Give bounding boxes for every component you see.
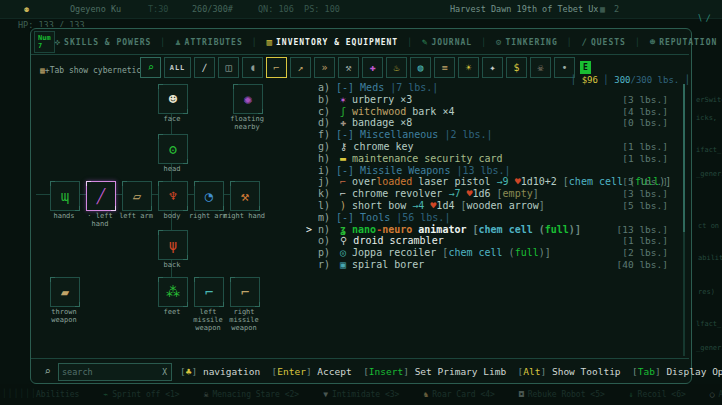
filter-artifacts[interactable]: ✦ — [482, 57, 503, 78]
tab-quests[interactable]: ∕QUESTS — [582, 37, 626, 47]
equipment-slot-left-arm[interactable]: ▱ — [122, 181, 152, 211]
key-accept: Enter — [277, 366, 306, 377]
section-title: [-] Miscellaneous |2 lbs.| — [336, 129, 493, 141]
terminal-fragment: erSwitch — [696, 96, 722, 104]
tab-reputation[interactable]: ☻REPUTATION — [650, 37, 718, 47]
inventory-item-witchwood-bark[interactable]: c)ʃ witchwood bark ×4[4 lbs.] — [312, 106, 688, 118]
activate-deactivate-emitter-7-icon: ○ — [710, 390, 715, 399]
item-letter: g) — [318, 141, 330, 153]
intimidate-3-icon: ▼ — [323, 390, 328, 399]
ability-activate-deactivate-emitter-7[interactable]: ○Activate/Deactivate Emitter <7> — [710, 390, 722, 399]
corner-glyphs: ∖∕ — [697, 13, 714, 23]
inventory-section-tools-section[interactable]: m)[-] Tools |56 lbs.| — [312, 212, 688, 224]
filter-shields[interactable]: ◖ — [242, 57, 263, 78]
player-name: Ogeyeno Ku — [70, 4, 121, 14]
item-letter: o) — [318, 235, 330, 247]
inventory-item-maintenance-security-card[interactable]: h)▬ maintenance security card[1 lbs.] — [312, 153, 688, 165]
equipment-slot-body[interactable]: ♆ — [158, 181, 188, 211]
filter-food[interactable]: ♨ — [386, 57, 407, 78]
equipment-slot-hands[interactable]: ɰ — [50, 181, 80, 211]
filter-thrown-weapons[interactable]: ↗ — [290, 57, 311, 78]
equipment-slot-left-hand[interactable]: ╱ — [86, 181, 116, 211]
item-name: ▬ maintenance security card — [340, 153, 503, 165]
books-icon: ≡ — [441, 62, 447, 73]
joppa-recoiler-icon: ◎ — [340, 247, 352, 258]
inventory-item-joppa-recoiler[interactable]: p)◎ Joppa recoiler [chem cell (full)][2 … — [312, 247, 688, 259]
scrollbar-thumb[interactable] — [683, 84, 685, 232]
filter-water-containers[interactable]: ◍ — [410, 57, 431, 78]
terminal-fragment: _generic — [696, 170, 722, 178]
filter-all-button[interactable]: ALL — [164, 57, 191, 78]
missile-weapons-icon: ⌐ — [273, 62, 279, 73]
inventory-item-chrome-revolver[interactable]: k)⌐ chrome revolver →7 ♥1d6 [empty][3 lb… — [312, 188, 688, 200]
right-arm-item-icon: ◔ — [205, 188, 213, 204]
reputation-icon: ☻ — [650, 37, 655, 47]
ability-intimidate-3[interactable]: ▼Intimidate <3> — [323, 390, 399, 399]
key-show-tooltip: Alt — [523, 366, 540, 377]
inventory-section-missile-weapons-section[interactable]: i)[-] Missile Weapons |13 lbs.| — [312, 165, 688, 177]
tab-journal[interactable]: ✎JOURNAL — [422, 37, 472, 47]
search-clear-button[interactable]: X — [162, 368, 171, 377]
inventory-section-miscellaneous-section[interactable]: f)[-] Miscellaneous |2 lbs.| — [312, 129, 688, 141]
inventory-item-urberry[interactable]: b)✶ urberry ×3[3 lbs.] — [312, 94, 688, 106]
inventory-item-chrome-key[interactable]: g)⚷ chrome key[1 lbs.] — [312, 141, 688, 153]
tab-skills-powers[interactable]: ✜SKILLS & POWERS — [55, 37, 152, 47]
bandage-icon: ✚ — [340, 117, 352, 128]
item-letter: r) — [318, 259, 330, 271]
filter-ammo[interactable]: » — [314, 57, 335, 78]
meds-icon: ✚ — [369, 62, 375, 73]
equipment-slot-face[interactable]: ☻ — [158, 84, 188, 114]
equipment-slot-back[interactable]: ψ — [158, 230, 188, 260]
ability-recoil-6[interactable]: ⇓Recoil <6> — [629, 390, 686, 399]
filter-tools[interactable]: ⚒ — [338, 57, 359, 78]
filter-search-toggle[interactable]: ⌕ — [140, 57, 161, 78]
filter-armor[interactable]: ◫ — [218, 57, 239, 78]
bottombar-divider-line — [31, 358, 689, 359]
item-weight: [2 lbs.] — [622, 247, 668, 259]
nano-neuro-animator-icon: ʓ — [340, 224, 352, 235]
equipment-slot-left-missile-weapon[interactable]: ⌐ — [194, 277, 224, 307]
ability-sprint-off-1[interactable]: ⌁Sprint off <1> — [103, 390, 179, 399]
tab-divider: │ — [160, 38, 166, 47]
game-date: Harvest Dawn 19th of Tebet Ux — [450, 4, 598, 14]
filter-missile-weapons[interactable]: ⌐ — [266, 57, 287, 78]
filter-books[interactable]: ≡ — [434, 57, 455, 78]
melee-weapons-icon: ∕ — [201, 62, 207, 73]
skills-powers-icon: ✜ — [55, 37, 60, 47]
inventory-item-nano-neuro-animator[interactable]: >n)ʓ nano-neuro animator [chem cell (ful… — [312, 224, 688, 236]
filter-light-sources[interactable]: ☀ — [458, 57, 479, 78]
equipment-slot-head[interactable]: ʘ — [158, 134, 188, 164]
filter-melee-weapons[interactable]: ∕ — [194, 57, 215, 78]
ability-rebuke-robot-5[interactable]: ◘Rebuke Robot <5> — [519, 390, 605, 399]
filter-trade-goods[interactable]: $ — [506, 57, 527, 78]
search-input[interactable] — [59, 367, 162, 377]
equipment-slot-right-hand[interactable]: ⚒ — [230, 181, 260, 211]
item-letter: a) — [318, 82, 330, 94]
terminal-fragment: ifact_re — [696, 146, 722, 154]
equipment-slot-right-arm[interactable]: ◔ — [194, 181, 224, 211]
inventory-item-droid-scrambler[interactable]: o)⚲ droid scrambler[1 lbs.] — [312, 235, 688, 247]
inventory-section-meds-section[interactable]: a)[-] Meds |7 lbs.| — [312, 82, 688, 94]
item-weight: [40 lbs.] — [617, 259, 668, 271]
inventory-item-overloaded-laser-pistol[interactable]: j)⌐ overloaded laser pistol →9 ♥1d10+2 [… — [312, 176, 688, 188]
equipment-slot-feet[interactable]: ⁂ — [158, 277, 188, 307]
equipment-slot-right-missile-weapon[interactable]: ⌐ — [230, 277, 260, 307]
item-name: ◎ Joppa recoiler [chem cell (full)] — [340, 247, 551, 259]
maintenance-security-card-icon: ▬ — [340, 153, 352, 164]
light-sources-icon: ☀ — [465, 62, 471, 73]
inventory-item-short-bow[interactable]: l)) short bow →4 ♥1d4 [wooden arrow][5 l… — [312, 200, 688, 212]
equipment-slot-thrown-weapon[interactable]: ▰ — [50, 277, 80, 307]
ability-roar-card-4[interactable]: ♞Roar Card <4> — [423, 390, 494, 399]
tab-inventory-equipment[interactable]: ▥INVENTORY & EQUIPMENT — [267, 37, 399, 47]
equipment-slot-floating-nearby[interactable]: ✺ — [233, 84, 263, 114]
face-label: face — [150, 115, 194, 123]
item-letter: b) — [318, 94, 330, 106]
inventory-item-spiral-borer[interactable]: r)▣ spiral borer[40 lbs.] — [312, 259, 688, 271]
filter-meds[interactable]: ✚ — [362, 57, 383, 78]
filter-corpses[interactable]: ☠ — [530, 57, 551, 78]
tab-attributes[interactable]: ♟ATTRIBUTES — [175, 37, 243, 47]
inventory-item-bandage[interactable]: d)✚ bandage ×8[0 lbs.] — [312, 117, 688, 129]
hands-item-icon: ɰ — [61, 188, 69, 204]
ability-menacing-stare-2[interactable]: ☠Menacing Stare <2> — [204, 390, 300, 399]
tab-tinkering[interactable]: ⚙TINKERING — [496, 37, 558, 47]
